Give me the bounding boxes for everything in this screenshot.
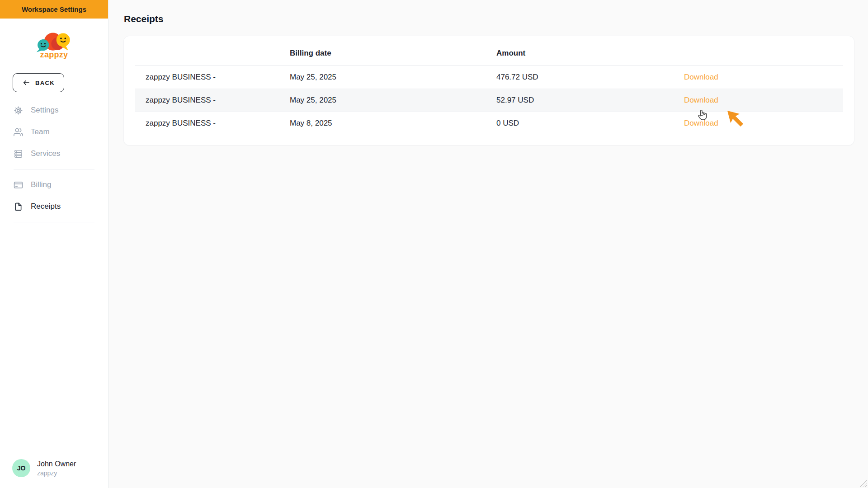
download-cell: Download [673, 89, 843, 112]
user-name: John Owner [37, 459, 76, 469]
sidebar-item-settings[interactable]: Settings [0, 99, 108, 121]
table-header-row: Billing date Amount [135, 36, 843, 66]
receipt-name-cell: zappzy BUSINESS - [135, 89, 279, 112]
sidebar-item-billing[interactable]: Billing [0, 174, 108, 196]
user-workspace: zappzy [37, 469, 76, 477]
receipt-row: zappzy BUSINESS - May 25, 2025 52.97 USD… [135, 89, 843, 112]
back-button-label: BACK [35, 80, 55, 86]
amount-cell: 0 USD [486, 112, 673, 135]
sidebar-item-label: Billing [31, 180, 51, 189]
column-header-billing-date: Billing date [279, 36, 486, 66]
column-header-action [673, 36, 843, 66]
logo-wordmark: zappzy [0, 50, 108, 60]
window-resize-grip[interactable] [860, 480, 867, 487]
sidebar-item-team[interactable]: Team [0, 121, 108, 143]
avatar: JO [12, 459, 30, 477]
sidebar-item-services[interactable]: Services [0, 143, 108, 164]
billing-date-cell: May 8, 2025 [279, 112, 486, 135]
logo: zappzy [0, 29, 108, 60]
document-icon [14, 202, 23, 211]
sidebar-divider [14, 169, 94, 169]
download-cell: Download [673, 66, 843, 89]
receipt-name-cell: zappzy BUSINESS - [135, 112, 279, 135]
sidebar: Workspace Settings zappzy BACK [0, 0, 108, 488]
amount-cell: 476.72 USD [486, 66, 673, 89]
download-link[interactable]: Download [684, 119, 718, 127]
receipt-row: zappzy BUSINESS - May 8, 2025 0 USD Down… [135, 112, 843, 135]
main-content: Receipts Billing date Amount zappzy BUSI… [108, 0, 868, 488]
receipts-table-body: zappzy BUSINESS - May 25, 2025 476.72 US… [135, 66, 843, 135]
users-icon [14, 127, 23, 137]
workspace-settings-banner: Workspace Settings [0, 0, 108, 19]
amount-cell: 52.97 USD [486, 89, 673, 112]
gear-icon [14, 106, 23, 115]
billing-date-cell: May 25, 2025 [279, 89, 486, 112]
receipts-table: Billing date Amount zappzy BUSINESS - Ma… [135, 36, 843, 135]
receipt-name-cell: zappzy BUSINESS - [135, 66, 279, 89]
download-link[interactable]: Download [684, 96, 718, 104]
server-stack-icon [14, 149, 23, 159]
column-header-amount: Amount [486, 36, 673, 66]
credit-card-icon [14, 180, 23, 190]
download-link[interactable]: Download [684, 73, 718, 81]
sidebar-item-label: Services [31, 149, 60, 158]
sidebar-item-label: Receipts [31, 202, 61, 211]
sidebar-divider [14, 222, 94, 222]
receipts-card: Billing date Amount zappzy BUSINESS - Ma… [124, 36, 854, 145]
back-button[interactable]: BACK [13, 73, 64, 92]
sidebar-item-label: Settings [31, 106, 58, 115]
user-profile: JO John Owner zappzy [12, 459, 76, 477]
download-cell: Download [673, 112, 843, 135]
sidebar-item-receipts[interactable]: Receipts [0, 196, 108, 217]
billing-date-cell: May 25, 2025 [279, 66, 486, 89]
arrow-left-icon [22, 79, 30, 87]
sidebar-nav: Settings Team Services [0, 99, 108, 227]
column-header-name [135, 36, 279, 66]
receipt-row: zappzy BUSINESS - May 25, 2025 476.72 US… [135, 66, 843, 89]
sidebar-item-label: Team [31, 127, 50, 136]
page-title: Receipts [124, 14, 868, 24]
